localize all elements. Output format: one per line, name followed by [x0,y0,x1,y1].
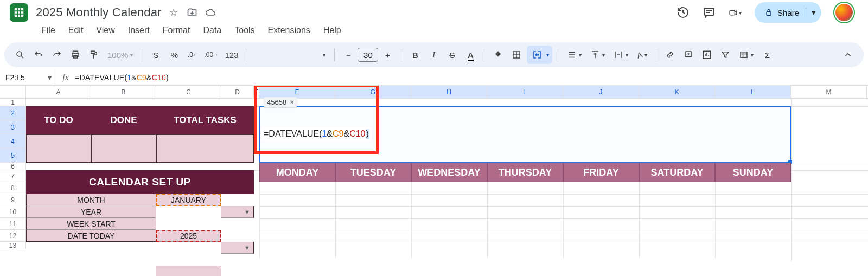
menu-insert[interactable]: Insert [123,23,155,37]
text-rotation-icon[interactable]: A▾ [634,47,650,63]
table-view-icon[interactable]: ▾ [736,47,757,63]
sheets-app-icon[interactable] [10,3,28,22]
row-header-1[interactable]: 1 [0,99,26,106]
insert-chart-icon[interactable] [699,47,715,63]
cell-month-dd[interactable]: ▼ [221,206,254,218]
menu-tools[interactable]: Tools [229,23,260,37]
star-icon[interactable]: ☆ [168,7,179,18]
strikethrough-icon[interactable]: S [444,47,460,63]
text-wrap-icon[interactable]: ▾ [610,47,631,63]
select-all-corner[interactable] [0,86,26,98]
row-header-11[interactable]: 11 [0,218,26,230]
italic-icon[interactable]: I [425,47,442,63]
redo-icon[interactable] [49,47,65,63]
row-header-5[interactable]: 5 [0,149,26,163]
cell-month-label: MONTH [26,194,156,206]
menu-format[interactable]: Format [157,23,196,37]
zoom-dropdown[interactable]: 100%▾ [104,47,136,63]
row-header-8[interactable]: 8 [0,182,26,194]
meet-icon[interactable]: ▾ [729,6,742,19]
font-size-increase-icon[interactable]: + [379,47,395,63]
insert-link-icon[interactable] [662,47,678,63]
row-header-7[interactable]: 7 [0,170,26,182]
col-header-B[interactable]: B [91,86,156,98]
col-header-G[interactable]: G [335,86,411,98]
row-header-13[interactable]: 13 [0,242,26,249]
cell-month-value[interactable]: JANUARY [156,194,221,206]
close-icon[interactable]: × [290,98,294,106]
fill-color-icon[interactable] [490,47,506,63]
move-icon[interactable] [187,7,197,18]
functions-icon[interactable]: Σ [759,47,775,63]
col-header-H[interactable]: H [411,86,487,98]
font-size-decrease-icon[interactable]: − [340,47,356,63]
chevron-down-icon[interactable]: ▼ [244,209,250,215]
undo-icon[interactable] [30,47,47,63]
format-percent-icon[interactable]: % [166,47,182,63]
row-header-3[interactable]: 3 [0,120,26,134]
col-header-K[interactable]: K [639,86,715,98]
row-header-4[interactable]: 4 [0,134,26,149]
formula-bar[interactable]: =DATEVALUE(1&C9&C10) [75,73,169,82]
share-dropdown-icon[interactable]: ▾ [806,8,816,17]
row-header-9[interactable]: 9 [0,194,26,206]
row-header-12[interactable]: 12 [0,230,26,242]
cell-editor[interactable]: =DATEVALUE(1&C9&C10) [261,127,372,141]
col-header-M[interactable]: M [791,86,867,98]
font-dropdown[interactable]: ▾ [253,47,329,63]
cell-weekstart-value[interactable] [156,266,221,276]
text-color-icon[interactable]: A [462,47,478,63]
print-icon[interactable] [67,47,84,63]
more-formats-dropdown[interactable]: 123 [221,47,241,63]
col-header-L[interactable]: L [715,86,791,98]
menu-edit[interactable]: Edit [63,23,89,37]
toolbar: 100%▾ $ % .0← .00→ 123 ▾ − 30 + B I S A … [4,42,864,67]
cell-total-tasks-value[interactable] [156,134,254,163]
col-header-J[interactable]: J [563,86,639,98]
cell-year-value[interactable]: 2025 [156,230,221,242]
menu-file[interactable]: File [36,23,61,37]
insert-comment-icon[interactable] [680,47,697,63]
col-header-F[interactable]: F [259,86,335,98]
svg-rect-2 [730,10,735,15]
row-header-2[interactable]: 2 [0,106,26,120]
chevron-down-icon[interactable]: ▼ [244,245,250,251]
merge-dropdown-icon[interactable]: ▾ [545,52,550,58]
col-header-C[interactable]: C [156,86,221,98]
col-header-D[interactable]: D [221,86,254,98]
menu-view[interactable]: View [91,23,120,37]
document-title[interactable]: 2025 Monthly Calendar [36,5,162,20]
format-currency-icon[interactable]: $ [148,47,164,63]
decrease-decimal-icon[interactable]: .0← [184,47,201,63]
history-icon[interactable] [676,6,690,19]
increase-decimal-icon[interactable]: .00→ [203,47,219,63]
account-avatar[interactable] [834,3,854,22]
vertical-align-icon[interactable]: ▾ [587,47,608,63]
name-box[interactable]: F2:L5 ▾ [0,69,56,85]
horizontal-align-icon[interactable]: ▾ [564,47,585,63]
cell-done-value[interactable] [91,134,156,163]
cell-year-dd[interactable]: ▼ [221,242,254,254]
merge-cells-icon[interactable] [529,47,545,63]
col-header-A[interactable]: A [26,86,91,98]
borders-icon[interactable] [508,47,525,63]
filter-icon[interactable] [717,47,733,63]
bold-icon[interactable]: B [407,47,423,63]
font-size-input[interactable]: 30 [358,48,378,62]
menu-help[interactable]: Help [318,23,347,37]
row-header-10[interactable]: 10 [0,206,26,218]
search-menus-icon[interactable] [12,47,28,63]
spreadsheet-grid[interactable]: A B C D E F G H I J K L M 1 2 3 4 5 6 7 … [0,86,868,276]
collapse-toolbar-icon[interactable] [840,47,856,63]
menu-data[interactable]: Data [197,23,227,37]
comments-icon[interactable] [703,6,716,19]
cell-todo-value[interactable] [26,134,91,163]
share-button[interactable]: Share ▾ [755,2,821,23]
col-header-E[interactable]: E [254,86,259,98]
menu-extensions[interactable]: Extensions [263,23,316,37]
paint-format-icon[interactable] [86,47,102,63]
cloud-status-icon[interactable] [205,7,216,18]
row-header-6[interactable]: 6 [0,163,26,170]
col-header-I[interactable]: I [487,86,563,98]
name-box-dropdown-icon[interactable]: ▾ [48,73,52,82]
